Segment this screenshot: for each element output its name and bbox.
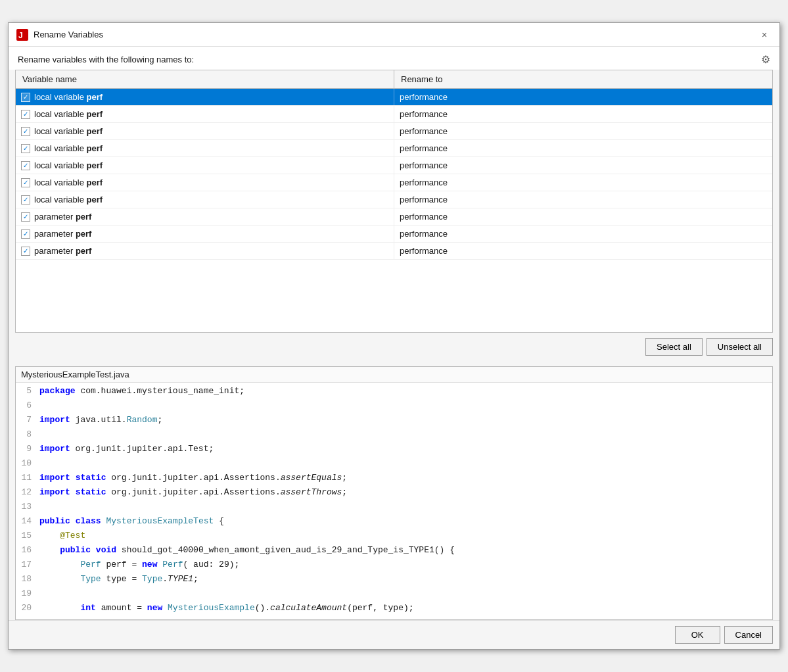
cell-varname: local variable perf [16, 106, 394, 122]
line-code: public class MysteriousExampleTest { [39, 516, 772, 526]
line-number: 7 [16, 415, 39, 425]
line-number: 12 [16, 487, 39, 497]
code-content: 5package com.huawei.mysterious_name_init… [16, 383, 772, 619]
cell-varname: local variable perf [16, 174, 394, 191]
cell-varname: local variable perf [16, 123, 394, 139]
code-line: 12import static org.junit.jupiter.api.As… [16, 487, 772, 501]
row-checkbox[interactable] [21, 110, 30, 119]
line-code: int amount = new MysteriousExample().cal… [39, 603, 772, 613]
table-row[interactable]: local variable perfperformance [16, 106, 772, 123]
unselect-all-button[interactable]: Unselect all [707, 338, 773, 356]
line-number: 15 [16, 531, 39, 540]
code-line: 17 Perf perf = new Perf( aud: 29); [16, 559, 772, 573]
dialog-subtitle: Rename variables with the following name… [18, 55, 194, 64]
var-text: local variable perf [34, 92, 103, 102]
var-text: parameter perf [34, 229, 91, 239]
var-text: parameter perf [34, 212, 91, 222]
line-code: import static org.junit.jupiter.api.Asse… [39, 487, 772, 497]
row-checkbox[interactable] [21, 247, 30, 256]
settings-icon[interactable]: ⚙ [761, 53, 770, 66]
line-number: 20 [16, 603, 39, 613]
row-checkbox[interactable] [21, 229, 30, 239]
cell-varname: local variable perf [16, 191, 394, 208]
code-line: 7import java.util.Random; [16, 414, 772, 429]
table-row[interactable]: local variable perfperformance [16, 191, 772, 208]
line-code: Perf perf = new Perf( aud: 29); [39, 560, 772, 569]
line-code: Type type = Type.TYPE1; [39, 574, 772, 584]
code-preview-section: MysteriousExampleTest.java 5package com.… [15, 366, 773, 620]
line-number: 17 [16, 560, 39, 569]
code-line: 9import org.junit.jupiter.api.Test; [16, 443, 772, 458]
close-button[interactable]: × [757, 28, 772, 42]
code-line: 8 [16, 429, 772, 443]
line-number: 14 [16, 516, 39, 526]
var-text: parameter perf [34, 246, 91, 256]
code-line: 15 @Test [16, 530, 772, 544]
selection-buttons-row: Select all Unselect all [9, 333, 779, 361]
table-row[interactable]: parameter perfperformance [16, 243, 772, 260]
line-number: 19 [16, 588, 39, 598]
line-number: 16 [16, 545, 39, 555]
cell-renameto: performance [394, 174, 772, 191]
code-line: 16 public void should_got_40000_when_amo… [16, 544, 772, 559]
var-text: local variable perf [34, 178, 103, 187]
cell-renameto: performance [394, 140, 772, 156]
cell-varname: parameter perf [16, 208, 394, 225]
cell-renameto: performance [394, 89, 772, 105]
code-line: 19 [16, 588, 772, 602]
var-text: local variable perf [34, 160, 103, 170]
var-text: local variable perf [34, 126, 103, 136]
select-all-button[interactable]: Select all [645, 338, 703, 356]
col-renameto-header: Rename to [394, 70, 772, 88]
cell-varname: local variable perf [16, 89, 394, 105]
cell-renameto: performance [394, 208, 772, 225]
cell-varname: parameter perf [16, 243, 394, 259]
cell-varname: local variable perf [16, 157, 394, 174]
cell-varname: parameter perf [16, 226, 394, 242]
line-code: package com.huawei.mysterious_name_init; [39, 386, 772, 396]
table-row[interactable]: local variable perfperformance [16, 140, 772, 157]
cell-renameto: performance [394, 191, 772, 208]
table-row[interactable]: local variable perfperformance [16, 157, 772, 174]
row-checkbox[interactable] [21, 212, 30, 222]
var-text: local variable perf [34, 143, 103, 153]
table-row[interactable]: parameter perfperformance [16, 208, 772, 226]
dialog-header: Rename variables with the following name… [9, 47, 779, 70]
code-line: 10 [16, 458, 772, 472]
row-checkbox[interactable] [21, 93, 30, 102]
table-row[interactable]: parameter perfperformance [16, 226, 772, 243]
variables-table: Variable name Rename to local variable p… [15, 70, 773, 333]
line-number: 13 [16, 502, 39, 512]
row-checkbox[interactable] [21, 144, 30, 153]
line-number: 10 [16, 458, 39, 468]
cancel-button[interactable]: Cancel [724, 626, 773, 644]
row-checkbox[interactable] [21, 195, 30, 204]
ok-button[interactable]: OK [675, 626, 720, 644]
app-icon: J [16, 29, 28, 41]
line-number: 6 [16, 400, 39, 410]
line-code [39, 502, 772, 512]
table-row[interactable]: local variable perfperformance [16, 174, 772, 191]
line-code: @Test [39, 531, 772, 540]
line-number: 5 [16, 386, 39, 396]
cell-renameto: performance [394, 106, 772, 122]
row-checkbox[interactable] [21, 127, 30, 136]
cell-renameto: performance [394, 157, 772, 174]
dialog-title: Rename Variables [34, 30, 103, 39]
title-bar-left: J Rename Variables [16, 29, 103, 41]
line-code: public void should_got_40000_when_amont_… [39, 545, 772, 555]
line-number: 11 [16, 473, 39, 483]
line-code: import java.util.Random; [39, 415, 772, 425]
line-code: import org.junit.jupiter.api.Test; [39, 444, 772, 454]
line-code [39, 458, 772, 468]
table-row[interactable]: local variable perfperformance [16, 89, 772, 106]
code-line: 11import static org.junit.jupiter.api.As… [16, 472, 772, 487]
table-row[interactable]: local variable perfperformance [16, 123, 772, 140]
cell-renameto: performance [394, 243, 772, 259]
row-checkbox[interactable] [21, 161, 30, 170]
code-line: 14public class MysteriousExampleTest { [16, 516, 772, 530]
row-checkbox[interactable] [21, 178, 30, 187]
code-line: 5package com.huawei.mysterious_name_init… [16, 385, 772, 400]
table-header: Variable name Rename to [16, 70, 772, 89]
title-bar: J Rename Variables × [9, 23, 779, 47]
